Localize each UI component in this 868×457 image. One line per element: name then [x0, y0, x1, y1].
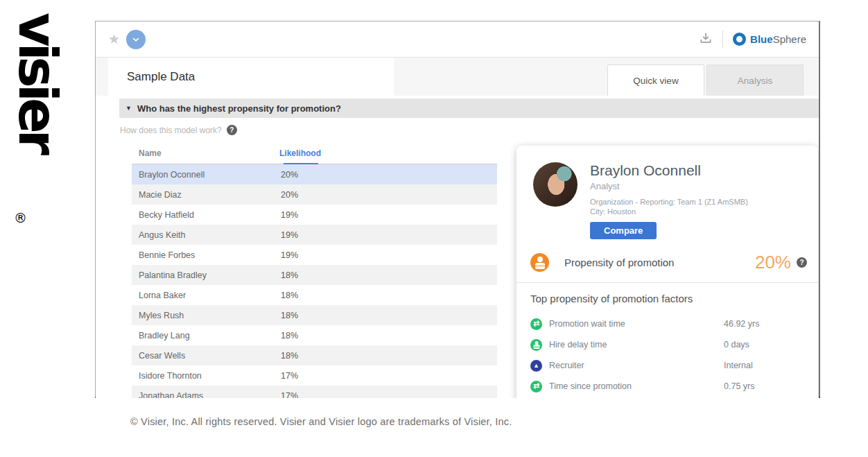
model-helper: How does this model work? ?	[120, 125, 237, 135]
row-name: Isidore Thornton	[139, 371, 202, 381]
factors-list: Promotion wait time 46.92 yrs Hire delay…	[530, 313, 807, 397]
factor-row: Recruiter Internal	[530, 355, 807, 376]
row-likelihood: 19%	[281, 250, 298, 260]
cycle-icon	[530, 381, 542, 393]
table-row[interactable]: Palantina Bradley 18%	[132, 265, 497, 285]
favorite-star-icon[interactable]: ★	[108, 31, 120, 47]
factor-label: Hire delay time	[549, 340, 724, 350]
table-row[interactable]: Cesar Wells 18%	[132, 345, 497, 365]
compare-button[interactable]: Compare	[590, 222, 657, 239]
propensity-label: Propensity of promotion	[564, 257, 755, 268]
row-likelihood: 19%	[281, 230, 298, 240]
chevron-down-icon	[130, 34, 141, 45]
content-area: ▼ Who has the highest propensity for pro…	[96, 96, 819, 398]
employee-job-title: Analyst	[590, 181, 748, 191]
registered-trademark-symbol: ®	[14, 210, 27, 225]
app-panel: ★ BlueSphere Sam	[95, 21, 820, 398]
bluesphere-logo-blue: Blue	[750, 33, 773, 45]
screen: visier ® ★ BlueSphere	[0, 0, 868, 457]
table-row[interactable]: Jonathan Adams 17%	[132, 386, 497, 398]
employee-city: City: Houston	[590, 207, 748, 216]
column-header-likelihood[interactable]: Likelihood	[279, 148, 321, 158]
employee-detail-card: Braylon Oconnell Analyst Organization - …	[517, 146, 818, 398]
row-likelihood: 18%	[281, 331, 298, 340]
table-row[interactable]: Isidore Thornton 17%	[132, 365, 497, 386]
bluesphere-logo: BlueSphere	[733, 33, 806, 46]
row-likelihood: 18%	[281, 351, 298, 361]
table-row[interactable]: Myles Rush 18%	[132, 305, 497, 325]
propensity-summary: Propensity of promotion 20% ?	[517, 239, 818, 282]
row-name: Bradley Lang	[139, 331, 190, 340]
bluesphere-ring-icon	[733, 33, 746, 46]
title-block: Sample Data	[108, 58, 394, 96]
row-likelihood: 17%	[281, 391, 298, 399]
factor-label: Time since promotion	[549, 381, 724, 391]
bluesphere-logo-sphere: Sphere	[773, 33, 806, 45]
factor-row: Hire delay time 0 days	[530, 334, 807, 355]
recruiter-icon	[530, 360, 542, 372]
factors-title: Top propensity of promotion factors	[530, 293, 807, 304]
row-likelihood: 18%	[281, 311, 298, 320]
question-text: Who has the highest propensity for promo…	[137, 103, 341, 114]
view-tabs: Quick view Analysis	[607, 64, 804, 96]
employee-organization: Organization - Reporting: Team 1 (Z1 AmS…	[590, 198, 748, 206]
row-name: Angus Keith	[139, 230, 185, 240]
row-name: Jonathan Adams	[139, 391, 203, 399]
copyright-footer: © Visier, Inc. All rights reserved. Visi…	[130, 416, 512, 427]
row-likelihood: 19%	[281, 210, 298, 220]
factor-value: 46.92 yrs	[724, 319, 759, 329]
row-name: Myles Rush	[139, 311, 184, 320]
factor-row: Promotion wait time 46.92 yrs	[530, 313, 807, 334]
avatar	[533, 162, 578, 207]
help-question-icon[interactable]: ?	[227, 125, 237, 135]
download-icon[interactable]	[699, 31, 713, 48]
table-row[interactable]: Bennie Forbes 19%	[132, 245, 497, 265]
collapse-triangle-icon: ▼	[125, 105, 132, 112]
tab-quick-view[interactable]: Quick view	[607, 64, 704, 96]
factor-label: Promotion wait time	[549, 319, 724, 329]
collapse-chevron-button[interactable]	[126, 30, 146, 49]
factor-value: 0 days	[724, 340, 749, 350]
table-row[interactable]: Braylon Oconnell 20%	[132, 164, 497, 184]
row-likelihood: 18%	[281, 270, 298, 280]
row-likelihood: 20%	[281, 190, 298, 200]
row-name: Braylon Oconnell	[139, 170, 205, 180]
cycle-icon	[530, 318, 542, 330]
person-icon	[530, 339, 542, 351]
table-row[interactable]: Bradley Lang 18%	[132, 325, 497, 345]
row-likelihood: 17%	[281, 371, 298, 381]
row-name: Becky Hatfield	[139, 210, 194, 220]
propensity-table: Name Likelihood Braylon Oconnell 20% Mac…	[132, 147, 497, 398]
factors-section: Top propensity of promotion factors Prom…	[517, 283, 818, 397]
table-row[interactable]: Becky Hatfield 19%	[132, 205, 497, 225]
row-name: Cesar Wells	[139, 351, 185, 361]
row-name: Lorna Baker	[139, 291, 186, 300]
employee-name: Braylon Oconnell	[590, 162, 748, 179]
title-band: Sample Data Quick view Analysis	[96, 58, 819, 96]
table-row[interactable]: Macie Diaz 20%	[132, 184, 497, 205]
column-header-name[interactable]: Name	[139, 148, 162, 158]
factor-row: Time since promotion 0.75 yrs	[530, 376, 807, 397]
table-row[interactable]: Lorna Baker 18%	[132, 285, 497, 305]
propensity-help-icon[interactable]: ?	[797, 257, 807, 268]
person-icon	[530, 253, 549, 272]
page-title: Sample Data	[127, 70, 195, 84]
row-name: Bennie Forbes	[139, 250, 195, 260]
row-likelihood: 18%	[281, 291, 298, 300]
profile-section: Braylon Oconnell Analyst Organization - …	[517, 146, 818, 239]
row-name: Palantina Bradley	[139, 270, 207, 280]
topbar: ★ BlueSphere	[96, 21, 819, 58]
row-likelihood: 20%	[281, 170, 298, 180]
table-row[interactable]: Angus Keith 19%	[132, 225, 497, 245]
table-header: Name Likelihood	[132, 147, 497, 164]
helper-text: How does this model work?	[120, 126, 222, 135]
factor-label: Recruiter	[549, 361, 724, 370]
tab-analysis[interactable]: Analysis	[706, 64, 804, 96]
table-body: Braylon Oconnell 20% Macie Diaz 20% Beck…	[132, 164, 497, 398]
question-header[interactable]: ▼ Who has the highest propensity for pro…	[119, 98, 819, 118]
factor-value: Internal	[724, 361, 753, 370]
row-name: Macie Diaz	[139, 190, 182, 200]
factor-value: 0.75 yrs	[724, 381, 754, 391]
visier-logo: visier	[11, 12, 64, 151]
topbar-divider	[722, 31, 723, 49]
